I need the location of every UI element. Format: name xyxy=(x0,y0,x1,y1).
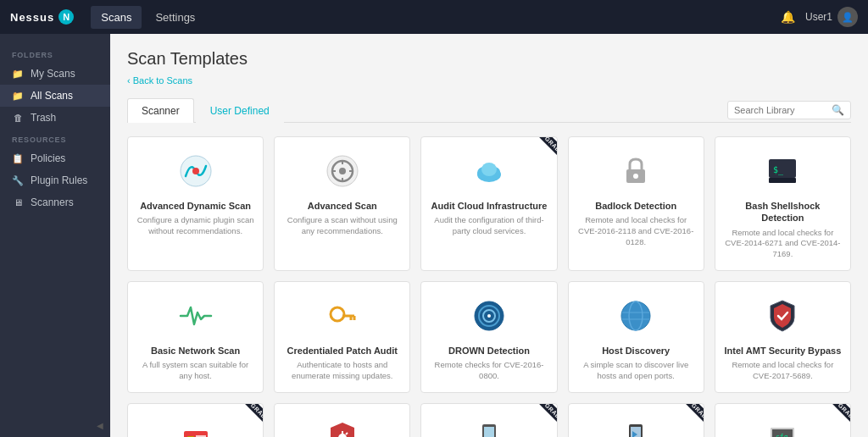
sidebar-item-label: All Scans xyxy=(31,90,73,102)
topnav-right: 🔔 User1 👤 xyxy=(781,7,858,27)
upgrade-ribbon: UPGRADE xyxy=(826,403,851,428)
card-desc: Authenticate to hosts and enumerate miss… xyxy=(283,360,401,382)
waves-icon xyxy=(470,297,508,335)
sidebar: FOLDERS 📁 My Scans 📁 All Scans 🗑 Trash R… xyxy=(0,34,110,437)
user-menu[interactable]: User1 👤 xyxy=(805,7,858,27)
svg-point-1 xyxy=(192,168,199,174)
card-desc: Configure a dynamic plugin scan without … xyxy=(136,215,254,237)
card-desc: Configure a scan without using any recom… xyxy=(283,215,401,237)
template-card-audit-cloud[interactable]: UPGRADE Audit Cloud Infrastructure Audit… xyxy=(420,136,557,271)
sidebar-item-label: Trash xyxy=(31,112,56,124)
template-card-advanced-scan[interactable]: Advanced Scan Configure a scan without u… xyxy=(274,136,410,271)
back-link[interactable]: Back to Scans xyxy=(127,75,192,86)
svg-point-8 xyxy=(481,163,497,176)
template-card-credentialed-patch[interactable]: Credentialed Patch Audit Authenticate to… xyxy=(274,281,410,393)
card-title: Advanced Dynamic Scan xyxy=(140,200,251,212)
layout: FOLDERS 📁 My Scans 📁 All Scans 🗑 Trash R… xyxy=(0,34,868,437)
template-card-malware[interactable]: Malware Scan Scan for malware on Windows… xyxy=(274,403,410,437)
card-title: Advanced Scan xyxy=(308,200,377,212)
card-icon-area xyxy=(174,149,218,193)
svg-text:cfg: cfg xyxy=(776,434,788,437)
card-desc: A full system scan suitable for any host… xyxy=(136,360,254,382)
app-name: Nessus xyxy=(10,11,54,24)
trash-icon: 🗑 xyxy=(12,113,24,123)
sidebar-item-all-scans[interactable]: 📁 All Scans xyxy=(0,85,110,107)
mobile-gear-icon xyxy=(470,419,508,437)
card-desc: Remote checks for CVE-2016-0800. xyxy=(430,360,548,382)
sidebar-item-label: My Scans xyxy=(31,68,75,80)
tab-scanner[interactable]: Scanner xyxy=(127,98,194,123)
sidebar-item-plugin-rules[interactable]: 🔧 Plugin Rules xyxy=(0,169,110,191)
template-card-mobile-device[interactable]: UPGRADE Mobile Device Scan Assess mobile… xyxy=(568,403,704,437)
offline-icon: cfg xyxy=(764,419,801,437)
svg-point-22 xyxy=(621,301,650,330)
card-icon-area xyxy=(320,416,364,437)
malware-icon xyxy=(324,419,361,437)
folders-label: FOLDERS xyxy=(0,44,110,63)
advanced-dynamic-icon xyxy=(177,152,214,190)
card-title: Bash Shellshock Detection xyxy=(724,200,842,224)
svg-point-14 xyxy=(331,307,344,321)
template-card-host-discovery[interactable]: Host Discovery A simple scan to discover… xyxy=(568,281,704,393)
template-card-advanced-dynamic-scan[interactable]: Advanced Dynamic Scan Configure a dynami… xyxy=(127,136,264,271)
template-card-internal-pci[interactable]: UPGRADE Internal PCI Network Scan Perfor… xyxy=(127,403,264,437)
topnav: Nessus N Scans Settings 🔔 User1 👤 xyxy=(0,0,868,34)
svg-point-10 xyxy=(633,174,638,179)
card-icon-area xyxy=(467,416,511,437)
card-icon-area xyxy=(614,149,658,193)
policy-icon: 📋 xyxy=(12,153,24,164)
sidebar-item-label: Plugin Rules xyxy=(31,174,87,186)
mobile-icon xyxy=(617,419,654,437)
card-title: Audit Cloud Infrastructure xyxy=(431,200,548,212)
template-card-bash-shellshock[interactable]: $_ Bash Shellshock Detection Remote and … xyxy=(715,136,851,271)
card-title: Host Discovery xyxy=(602,345,670,357)
card-icon-area xyxy=(320,149,364,193)
card-icon-area xyxy=(174,416,218,437)
app-logo: Nessus N xyxy=(10,9,74,25)
template-card-basic-network[interactable]: Basic Network Scan A full system scan su… xyxy=(127,281,264,393)
nav-settings[interactable]: Settings xyxy=(145,6,205,29)
card-icon-area xyxy=(467,149,511,193)
folder-icon: 📁 xyxy=(12,91,24,102)
sidebar-item-trash[interactable]: 🗑 Trash xyxy=(0,107,110,129)
lock-icon xyxy=(617,152,654,190)
card-title: Credentialed Patch Audit xyxy=(287,345,398,357)
shield-amt-icon xyxy=(764,297,801,335)
sidebar-item-scanners[interactable]: 🖥 Scanners xyxy=(0,191,110,213)
scanners-icon: 🖥 xyxy=(12,197,24,207)
card-desc: Remote and local checks for CVE-2014-627… xyxy=(724,228,842,260)
user-name: User1 xyxy=(805,11,832,23)
svg-point-21 xyxy=(487,314,491,318)
card-icon-area xyxy=(614,294,658,338)
template-card-drown[interactable]: DROWN Detection Remote checks for CVE-20… xyxy=(420,281,557,393)
svg-rect-38 xyxy=(484,427,494,437)
template-grid: Advanced Dynamic Scan Configure a dynami… xyxy=(127,136,851,437)
bell-icon[interactable]: 🔔 xyxy=(781,10,795,24)
sidebar-collapse[interactable]: ◀ xyxy=(97,421,103,430)
card-icon-area xyxy=(467,294,511,338)
topnav-links: Scans Settings xyxy=(91,6,781,29)
resources-label: RESOURCES xyxy=(0,129,110,147)
main-content: Scan Templates Back to Scans Scanner Use… xyxy=(110,34,868,437)
sidebar-item-my-scans[interactable]: 📁 My Scans xyxy=(0,63,110,85)
template-card-mdm[interactable]: UPGRADE MDM Config Audit Audit the confi xyxy=(420,403,557,437)
cloud-icon xyxy=(470,152,508,190)
tab-user-defined[interactable]: User Defined xyxy=(196,98,284,123)
svg-point-4 xyxy=(339,168,346,174)
upgrade-ribbon: UPGRADE xyxy=(531,403,557,428)
template-card-intel-amt[interactable]: Intel AMT Security Bypass Remote and loc… xyxy=(715,281,851,393)
sidebar-item-policies[interactable]: 📋 Policies xyxy=(0,147,110,169)
card-icon-area xyxy=(320,294,364,338)
nav-scans[interactable]: Scans xyxy=(91,6,142,29)
card-desc: Remote and local checks for CVE-2017-568… xyxy=(724,360,842,382)
search-library: 🔍 xyxy=(727,101,851,119)
template-card-badlock[interactable]: Badlock Detection Remote and local check… xyxy=(568,136,704,271)
card-desc: Audit the configuration of third-party c… xyxy=(430,215,548,237)
card-icon-area xyxy=(760,294,804,338)
avatar: 👤 xyxy=(837,7,858,27)
template-card-offline-config[interactable]: UPGRADE cfg Offline Config Audit Audit t… xyxy=(715,403,851,437)
search-input[interactable] xyxy=(734,105,827,115)
card-desc: Remote and local checks for CVE-2016-211… xyxy=(577,215,695,247)
key-icon xyxy=(324,297,361,335)
tabs-bar: Scanner User Defined 🔍 xyxy=(127,97,851,123)
